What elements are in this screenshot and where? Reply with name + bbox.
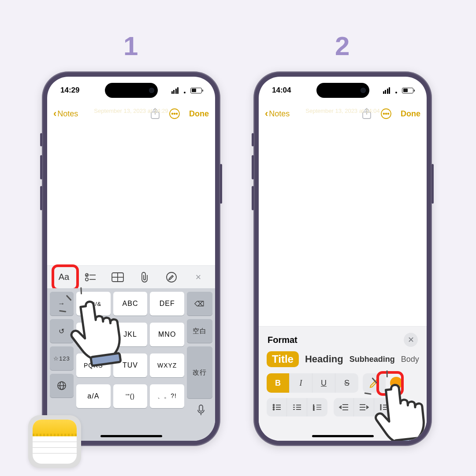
cellular-icon [383,87,390,94]
phone-mockup-2: 14:04 ‹Notes Done September 13, [253,71,432,446]
block-quote-button[interactable] [374,398,394,416]
key-mode[interactable]: ☆123 [50,346,74,370]
style-heading[interactable]: Heading [305,353,343,365]
svg-text:3: 3 [313,409,315,411]
status-time: 14:29 [60,86,79,95]
key[interactable]: GHI [76,323,111,346]
svg-point-23 [273,405,274,406]
bold-button[interactable]: B [267,373,290,393]
cellular-icon [171,87,179,94]
bulleted-list-button[interactable] [267,398,287,416]
key-punct[interactable]: '"() [113,384,148,408]
key[interactable]: WXYZ [150,353,184,377]
key-globe[interactable] [50,374,74,398]
table-button[interactable] [107,268,128,286]
svg-point-12 [167,272,176,282]
phone-mockup-1: 14:29 ‹Notes Done September 13, [42,71,220,446]
wifi-icon [181,88,188,93]
key-undo[interactable]: ↺ [50,319,74,343]
underline-button[interactable]: U [312,373,335,393]
step-number-2: 2 [335,31,350,61]
svg-point-7 [86,278,89,281]
key[interactable]: PQRS [76,353,111,377]
battery-icon [402,88,413,93]
key-delete[interactable]: ⌫ [187,292,212,316]
highlight-ring [52,264,79,291]
key[interactable]: JKL [113,323,148,346]
key-case[interactable]: a/A [76,384,111,408]
svg-point-25 [273,407,274,408]
markup-button[interactable] [161,268,182,286]
list-segment: 123 [267,398,327,416]
step-number-1: 1 [123,31,138,61]
attachment-button[interactable] [134,268,155,286]
key[interactable]: @#/& [76,292,111,316]
format-close-button[interactable]: ✕ [404,333,418,347]
toolbar-close-button[interactable]: × [188,268,209,286]
key-return[interactable]: 改行 [187,346,212,398]
key-tab[interactable]: → [50,292,74,316]
text-style-row[interactable]: Title Heading Subheading Body [264,351,421,373]
style-body[interactable]: Body [401,355,419,364]
key-symbols[interactable]: 、。?! [150,384,184,408]
dynamic-island [105,83,158,98]
dashed-list-button[interactable] [287,398,307,416]
status-time: 14:04 [272,86,291,95]
style-subheading[interactable]: Subheading [350,355,395,364]
svg-point-27 [273,409,274,410]
key-space[interactable]: 空白 [187,319,212,343]
inline-style-segment: B I U S [267,373,358,393]
note-timestamp: September 13, 2023 at 14:04 [259,108,427,114]
format-title: Format [268,335,298,345]
notes-app-icon [28,415,81,468]
checklist-button[interactable] [80,268,101,286]
strike-button[interactable]: S [335,373,358,393]
note-timestamp: September 13, 2023 at 14:29 [47,108,215,114]
wifi-icon [392,88,400,93]
key[interactable]: MNO [150,323,184,346]
highlight-ring [376,371,404,396]
dynamic-island [316,83,369,98]
key[interactable]: TUV [113,353,148,377]
home-indicator[interactable] [100,435,162,437]
dictation-button[interactable] [197,405,205,418]
svg-rect-16 [199,405,203,411]
key[interactable]: DEF [150,292,184,316]
style-title[interactable]: Title [267,351,299,367]
indent-button[interactable] [354,398,374,416]
home-indicator[interactable] [312,435,374,437]
numbered-list-button[interactable]: 123 [307,398,327,416]
key[interactable]: ABC [113,292,148,316]
indent-segment [334,398,394,416]
italic-button[interactable]: I [290,373,312,393]
battery-icon [190,88,202,93]
outdent-button[interactable] [334,398,354,416]
